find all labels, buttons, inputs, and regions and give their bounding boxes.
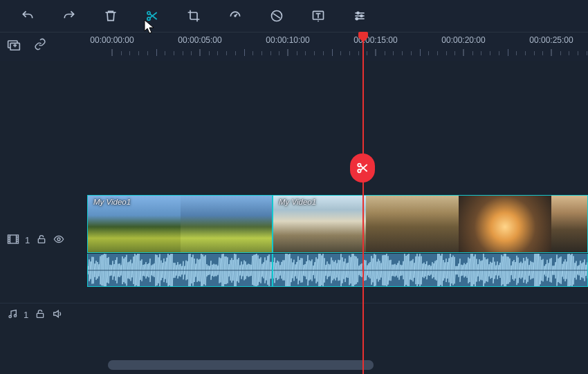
audio-waveform[interactable] <box>273 254 588 287</box>
clip-thumbnail <box>551 196 588 252</box>
tracks-area: 1 My Video1My Video1 1 <box>0 61 588 374</box>
speed-button[interactable] <box>227 8 244 24</box>
audio-track-header: 1 <box>0 308 87 321</box>
split-handle[interactable] <box>350 153 375 183</box>
video-track[interactable]: My Video1My Video1 <box>87 195 588 288</box>
svg-point-5 <box>360 15 362 17</box>
video-track-index: 1 <box>25 235 30 245</box>
video-track-header: 1 <box>0 234 87 247</box>
link-button[interactable] <box>33 38 47 53</box>
timeline-ruler-row: 00:00:00:0000:00:05:0000:00:10:0000:00:1… <box>0 32 588 61</box>
clip-label: My Video1 <box>93 198 131 206</box>
redo-button[interactable] <box>61 8 77 24</box>
svg-point-17 <box>358 164 360 167</box>
svg-rect-10 <box>38 239 44 243</box>
filmstrip-icon <box>7 234 19 247</box>
timeline-scrollbar[interactable] <box>108 360 374 370</box>
svg-point-11 <box>57 238 60 241</box>
ruler-label: 00:00:00:00 <box>90 35 134 45</box>
time-ruler[interactable]: 00:00:00:0000:00:05:0000:00:10:0000:00:1… <box>87 32 588 62</box>
text-button[interactable] <box>310 8 327 24</box>
clip-label: My Video1 <box>279 198 316 206</box>
music-icon <box>7 308 18 321</box>
ruler-head <box>0 32 87 61</box>
ruler-label: 00:00:25:00 <box>529 35 573 45</box>
svg-point-14 <box>9 315 11 317</box>
adjust-button[interactable] <box>351 8 368 24</box>
clip-thumbnail <box>459 196 551 252</box>
svg-point-4 <box>357 12 359 14</box>
color-button[interactable] <box>268 8 285 24</box>
svg-point-15 <box>14 315 16 317</box>
clip-thumbnail <box>181 196 273 252</box>
ruler-label: 00:00:05:00 <box>178 35 221 45</box>
crop-button[interactable] <box>185 8 202 24</box>
audio-track-row[interactable] <box>0 303 588 330</box>
ruler-label: 00:00:10:00 <box>266 35 309 45</box>
audio-waveform[interactable] <box>87 254 273 287</box>
clip-thumbnail <box>366 196 459 252</box>
ruler-label: 00:00:15:00 <box>353 35 397 45</box>
undo-button[interactable] <box>19 8 36 24</box>
split-button[interactable] <box>144 8 160 24</box>
add-track-button[interactable] <box>7 38 21 53</box>
ruler-label: 00:00:20:00 <box>441 35 485 45</box>
video-clip[interactable]: My Video1 <box>273 195 588 253</box>
svg-point-1 <box>147 17 150 20</box>
mute-icon[interactable] <box>51 308 64 321</box>
editor-toolbar <box>0 0 588 32</box>
visibility-icon[interactable] <box>53 234 65 247</box>
lock-icon[interactable] <box>35 308 46 321</box>
audio-track-index: 1 <box>24 310 29 320</box>
svg-point-6 <box>356 18 358 20</box>
svg-point-0 <box>147 12 150 15</box>
video-clip[interactable]: My Video1 <box>87 195 273 253</box>
svg-point-18 <box>358 169 360 172</box>
scrollbar-thumb[interactable] <box>108 360 374 370</box>
delete-button[interactable] <box>102 8 119 24</box>
lock-icon[interactable] <box>36 234 47 247</box>
svg-rect-16 <box>37 313 43 317</box>
